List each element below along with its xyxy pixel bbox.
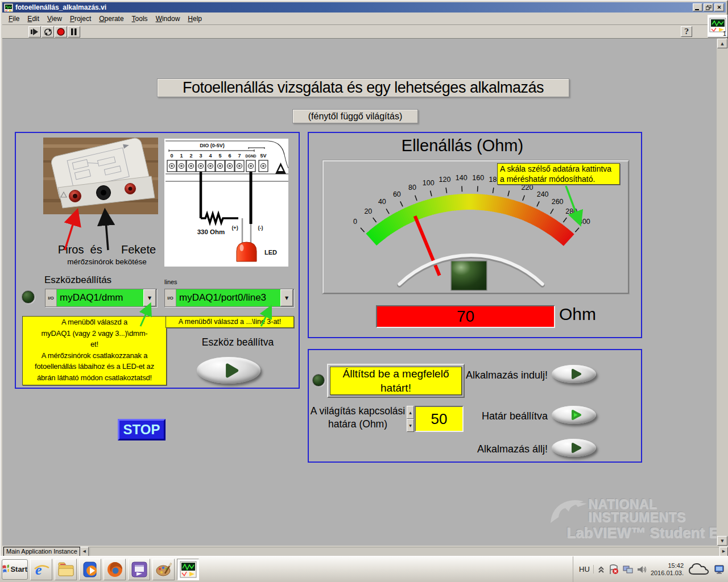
front-panel: Fotoellenállás vizsgálata és egy lehetsé… xyxy=(2,39,728,546)
diagram-pin-label: 6 xyxy=(228,153,231,159)
resistor-label: 330 Ohm xyxy=(197,228,225,235)
gauge-center-square xyxy=(451,261,487,290)
spin-up-button[interactable]: ▲ xyxy=(407,406,414,419)
line-tooltip: A menüből válaszd a ...\line 3-at! xyxy=(166,316,294,328)
volume-icon[interactable] xyxy=(637,565,647,574)
gauge-scale-label: 280 xyxy=(565,207,577,215)
menu-help[interactable]: Help xyxy=(184,14,206,24)
gauge-scale-label: 60 xyxy=(393,190,401,198)
abort-button[interactable] xyxy=(55,26,67,38)
pause-button[interactable] xyxy=(68,26,80,38)
chevron-up-icon[interactable] xyxy=(598,566,605,573)
diagram-pin-label: 5V xyxy=(260,153,266,159)
language-indicator[interactable]: HU xyxy=(579,565,594,573)
taskbar-item-internet-explorer[interactable]: e xyxy=(30,559,52,580)
ni-watermark: NATIONAL INSTRUMENTS LabVIEW™ Student Ed… xyxy=(544,497,714,546)
restore-button[interactable] xyxy=(704,3,713,11)
scroll-down-button[interactable]: ▼ xyxy=(717,536,727,546)
diagram-pin-label: 4 xyxy=(209,153,212,159)
security-alert-icon[interactable] xyxy=(609,564,619,575)
app-instance-selector[interactable]: Main Application Instance xyxy=(3,547,80,556)
spin-down-button[interactable]: ▼ xyxy=(407,419,414,432)
device-set-label: Eszköz beállítva xyxy=(169,336,306,348)
app-stop-label: Alkalmazás állj! xyxy=(451,443,548,455)
run-button[interactable] xyxy=(28,26,41,38)
limit-set-label: Határ beállítva xyxy=(451,410,548,422)
gauge-panel: Ellenállás (Ohm) 02040608010012014016018… xyxy=(308,132,642,338)
run-continuous-button[interactable] xyxy=(42,26,54,38)
close-button[interactable]: ✕ xyxy=(714,3,724,11)
menu-project[interactable]: Project xyxy=(66,14,95,24)
restore-icon xyxy=(706,5,712,10)
labview-window: fotoellenállás_alkalmazás.vi ✕ File Edit… xyxy=(0,0,728,582)
menu-tools[interactable]: Tools xyxy=(128,14,152,24)
dmm-device-value[interactable]: myDAQ1/dmm xyxy=(57,289,143,306)
dmm-dropdown-arrow[interactable]: ▼ xyxy=(143,289,156,306)
line-dropdown-arrow[interactable]: ▼ xyxy=(280,289,293,306)
context-help-button[interactable]: ? xyxy=(681,26,692,37)
led-label: LED xyxy=(264,249,277,256)
taskbar-item-media-player[interactable] xyxy=(79,559,101,580)
horizontal-scrollbar-track[interactable] xyxy=(89,547,719,556)
threshold-spinner: ▲ ▼ xyxy=(407,406,414,432)
app-stop-button[interactable] xyxy=(552,439,596,457)
plus-label: (+) xyxy=(231,225,238,231)
taskbar-item-firefox[interactable] xyxy=(104,559,126,580)
status-bar: Main Application Instance ◀ ▶ xyxy=(2,546,728,557)
gauge-scale-label: 240 xyxy=(537,190,549,198)
media-player-icon xyxy=(82,561,99,578)
gauge-scale-label: 120 xyxy=(439,176,451,184)
start-button[interactable]: Start xyxy=(2,559,28,580)
stop-button[interactable]: STOP xyxy=(118,419,166,440)
run-icon xyxy=(31,28,39,35)
internet-explorer-icon: e xyxy=(33,561,50,578)
network-icon[interactable] xyxy=(623,565,633,574)
gauge-scale-label[interactable]: 300 xyxy=(578,218,590,226)
tray-clock[interactable]: 15:42 2016.01.03. xyxy=(651,562,684,577)
diagram-pin-label: 1 xyxy=(180,153,183,159)
start-label: Start xyxy=(10,565,27,573)
menu-bar: File Edit View Project Operate Tools Win… xyxy=(2,13,726,25)
mydaq-photo xyxy=(43,138,158,214)
menu-file[interactable]: File xyxy=(5,14,23,24)
menu-window[interactable]: Window xyxy=(152,14,184,24)
menu-operate[interactable]: Operate xyxy=(95,14,127,24)
taskbar-item-paint[interactable] xyxy=(152,559,175,580)
gauge-scale-label: 100 xyxy=(423,179,435,187)
play-triangle-icon xyxy=(225,362,240,379)
abort-icon xyxy=(57,28,65,36)
cloud-icon[interactable] xyxy=(688,562,710,577)
device-setup-label: Eszközbeállítás xyxy=(44,275,111,286)
line-value[interactable]: myDAQ1/port0/line3 xyxy=(176,289,280,306)
scroll-up-button[interactable]: ▲ xyxy=(717,39,727,48)
dmm-device-dropdown[interactable]: I/O myDAQ1/dmm ▼ xyxy=(45,289,157,307)
app-start-button[interactable] xyxy=(552,365,596,383)
taskbar-item-office-app[interactable] xyxy=(128,559,150,580)
gauge-scale-label[interactable]: 0 xyxy=(353,218,357,226)
play-triangle-icon xyxy=(571,368,582,380)
threshold-label: A világítás kapcsolási határa (Ohm) xyxy=(309,405,407,431)
resistance-display: 70 xyxy=(376,305,555,328)
diagram-pin-label: DGND xyxy=(245,154,256,158)
vertical-scrollbar[interactable]: ▲ ▼ xyxy=(717,39,728,546)
taskbar-item-labview[interactable] xyxy=(177,559,199,580)
watermark-product-line: LabVIEW™ Student Edition xyxy=(566,524,728,542)
menu-view[interactable]: View xyxy=(43,14,66,24)
window-title: fotoellenállás_alkalmazás.vi xyxy=(15,3,692,11)
gauge-scale-label: 20 xyxy=(364,207,372,215)
line-dropdown[interactable]: I/O myDAQ1/port0/line3 ▼ xyxy=(164,289,294,307)
scroll-right-button[interactable]: ▶ xyxy=(719,547,728,556)
title-bar[interactable]: fotoellenállás_alkalmazás.vi ✕ xyxy=(2,2,726,13)
io-name-icon: I/O xyxy=(46,289,57,306)
wiring-diagram: DIO (0-5V) 01234567DGND5V 330 Ohm (+) (-… xyxy=(164,139,288,267)
device-set-button[interactable] xyxy=(197,357,260,384)
taskbar-item-file-manager[interactable] xyxy=(55,559,77,580)
resistance-unit-label: Ohm xyxy=(559,305,596,324)
minimize-button[interactable] xyxy=(693,3,702,11)
gauge-scale-label: 80 xyxy=(408,184,416,192)
scroll-left-button[interactable]: ◀ xyxy=(80,547,89,556)
display-icon[interactable] xyxy=(714,564,725,575)
instance-count-badge: 1 xyxy=(723,30,726,37)
menu-edit[interactable]: Edit xyxy=(23,14,43,24)
limit-set-button[interactable] xyxy=(552,406,596,424)
